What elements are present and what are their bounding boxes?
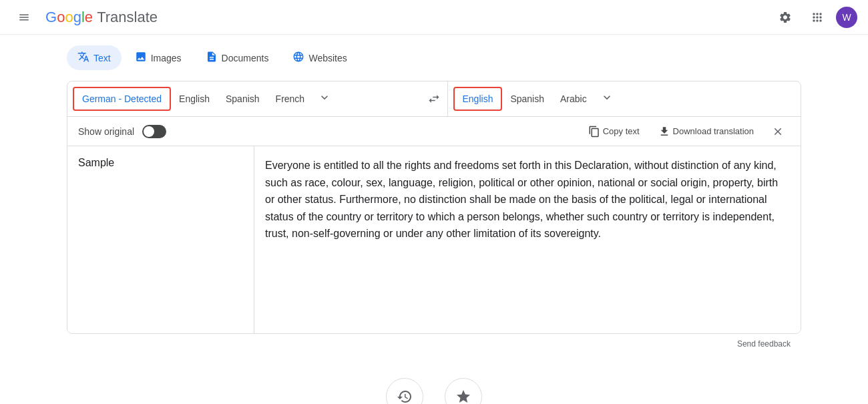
header-right: W: [772, 4, 857, 31]
show-original-toggle[interactable]: [142, 125, 166, 138]
tab-text[interactable]: Text: [67, 45, 122, 70]
send-feedback-link[interactable]: Send feedback: [67, 334, 801, 354]
source-language-panel: German - Detected English Spanish French: [67, 81, 421, 116]
avatar[interactable]: W: [836, 7, 857, 28]
source-lang-french[interactable]: French: [268, 88, 313, 110]
translation-container: German - Detected English Spanish French…: [67, 81, 801, 334]
history-button[interactable]: [386, 378, 423, 404]
tab-documents[interactable]: Documents: [195, 45, 280, 70]
main-content: Text Images Documents Websites German - …: [0, 35, 868, 404]
apps-button[interactable]: [804, 4, 831, 31]
copy-text-button[interactable]: Copy text: [582, 122, 646, 142]
settings-button[interactable]: [772, 4, 799, 31]
logo-letter-o1: o: [57, 9, 65, 26]
copy-text-label: Copy text: [603, 126, 640, 136]
logo-letter-g: G: [45, 9, 57, 26]
content-panels: Sample Everyone is entitled to all the r…: [67, 146, 801, 333]
translation-text: Everyone is entitled to all the rights a…: [265, 157, 790, 242]
tab-images-label: Images: [151, 53, 182, 63]
tab-documents-label: Documents: [222, 53, 269, 63]
target-lang-spanish[interactable]: Spanish: [502, 88, 552, 110]
toolbar-left: Show original: [78, 125, 582, 138]
tab-text-label: Text: [93, 53, 111, 63]
download-translation-button[interactable]: Download translation: [652, 122, 761, 142]
logo-letter-g2: g: [73, 9, 81, 26]
source-lang-english[interactable]: English: [171, 88, 218, 110]
source-lang-more-button[interactable]: [312, 85, 337, 113]
toolbar-right: Copy text Download translation: [582, 120, 790, 144]
tabs-bar: Text Images Documents Websites: [67, 45, 801, 70]
tab-websites-label: Websites: [308, 53, 347, 63]
swap-languages-button[interactable]: [421, 85, 447, 112]
tab-websites[interactable]: Websites: [282, 45, 357, 70]
toolbar: Show original Copy text Download transla…: [67, 117, 801, 146]
logo-letter-e: e: [85, 9, 93, 26]
saved-button[interactable]: [445, 378, 482, 404]
bottom-icons-bar: [67, 365, 801, 404]
source-panel: Sample: [67, 146, 254, 333]
target-language-panel: English Spanish Arabic: [447, 81, 801, 116]
source-lang-german[interactable]: German - Detected: [73, 87, 171, 111]
translation-panel: Everyone is entitled to all the rights a…: [254, 146, 801, 333]
language-selectors: German - Detected English Spanish French…: [67, 81, 801, 117]
images-tab-icon: [135, 51, 147, 65]
documents-tab-icon: [206, 51, 218, 65]
menu-button[interactable]: [11, 4, 37, 31]
close-button[interactable]: [766, 120, 790, 144]
target-lang-more-button[interactable]: [595, 85, 619, 113]
logo-letter-o2: o: [65, 9, 73, 26]
websites-tab-icon: [292, 51, 304, 65]
target-lang-arabic[interactable]: Arabic: [552, 88, 595, 110]
logo: Google Translate: [45, 9, 158, 26]
header: Google Translate W: [0, 0, 868, 35]
source-title: Sample: [78, 157, 243, 169]
header-left: Google Translate: [11, 4, 158, 31]
logo-translate-text: Translate: [97, 9, 158, 26]
show-original-label: Show original: [78, 126, 134, 137]
source-lang-spanish[interactable]: Spanish: [218, 88, 268, 110]
target-lang-english[interactable]: English: [453, 87, 503, 111]
download-translation-label: Download translation: [673, 126, 754, 136]
text-tab-icon: [77, 51, 89, 65]
tab-images[interactable]: Images: [124, 45, 192, 70]
